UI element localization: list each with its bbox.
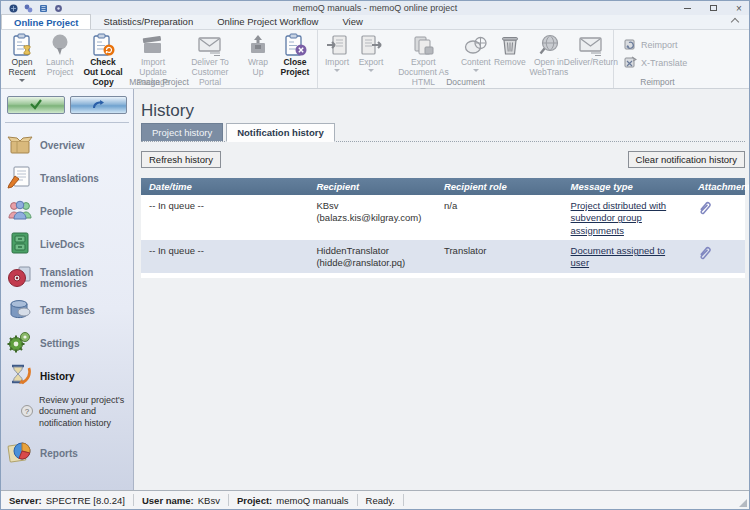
resources-icon[interactable] [39, 4, 48, 13]
memoq-logo-icon[interactable] [9, 4, 18, 13]
tab-statistics-preparation[interactable]: Statistics/Preparation [91, 14, 205, 29]
sidebar-item-reports[interactable]: Reports [7, 437, 133, 470]
open-in-webtrans-icon [537, 33, 561, 57]
quick-access-toolbar [9, 4, 63, 13]
export-button[interactable]: Export [354, 32, 388, 78]
wrap-up-button[interactable]: Wrap Up [241, 32, 275, 78]
sidebar-item-people[interactable]: People [7, 195, 133, 228]
sidebar-item-overview[interactable]: Overview [7, 129, 133, 162]
titlebar: memoQ manuals - memoQ online project × [1, 1, 749, 15]
deliver-return-button[interactable]: Deliver/Return [571, 32, 611, 78]
table-empty-space [141, 273, 745, 278]
x-translate-button[interactable]: X-Translate [624, 56, 687, 70]
dropdown-arrow-icon [334, 69, 340, 72]
export-document-as-html-button[interactable]: Export Document As HTML [388, 32, 459, 78]
close-button[interactable]: × [733, 2, 745, 14]
commit-changes-button[interactable] [7, 96, 65, 114]
column-date-time[interactable]: Date/time [141, 181, 308, 192]
tab-notification-history[interactable]: Notification history [226, 123, 335, 142]
memory-disc-icon [7, 263, 33, 293]
wrap-up-icon [246, 33, 270, 57]
collapse-ribbon-icon[interactable] [732, 18, 739, 23]
column-attachment[interactable]: Attachment [690, 181, 745, 192]
cell-date: -- In queue -- [141, 240, 308, 260]
sidebar-item-history[interactable]: History [7, 360, 133, 393]
tab-view[interactable]: View [330, 14, 374, 29]
page-title: History [134, 89, 749, 121]
launch-project-button[interactable]: Launch Project [41, 32, 79, 78]
column-message-type[interactable]: Message type [562, 181, 690, 192]
cell-date: -- In queue -- [141, 195, 308, 215]
table-header: Date/time Recipient Recipient role Messa… [141, 178, 745, 195]
sidebar-item-term-bases[interactable]: Term bases [7, 294, 133, 327]
help-icon[interactable]: ? [21, 405, 33, 417]
open-recent-button[interactable]: Open Recent [3, 32, 41, 78]
package-icon [7, 131, 33, 161]
import-update-package-button[interactable]: Import Update Package [127, 32, 179, 78]
message-type-link[interactable]: Document assigned to user [571, 245, 666, 268]
resize-grip[interactable] [739, 499, 747, 507]
column-recipient[interactable]: Recipient [308, 181, 436, 192]
revert-changes-button[interactable] [70, 96, 128, 114]
open-recent-icon [9, 33, 35, 57]
table-row[interactable]: -- In queue -- KBsv (balazs.kis@kilgray.… [141, 195, 745, 240]
options-gear-icon[interactable] [54, 4, 63, 13]
sync-icon[interactable] [24, 4, 33, 13]
sidebar: Overview Translations People LiveDocs Tr… [1, 89, 134, 490]
close-project-button[interactable]: Close Project [275, 32, 315, 78]
document-pen-icon [7, 164, 33, 194]
ribbon: Open Recent Launch Project Check Out Loc… [1, 30, 749, 89]
group-label-document: Document [318, 77, 613, 87]
history-description: ? Review your project's document and not… [7, 393, 133, 437]
import-button[interactable]: Import [320, 32, 354, 78]
sidebar-item-translations[interactable]: Translations [7, 162, 133, 195]
table-row[interactable]: -- In queue -- HiddenTranslator (hidde@r… [141, 240, 745, 273]
reimport-button[interactable]: Reimport [624, 38, 687, 52]
ribbon-tab-strip: Online Project Statistics/Preparation On… [1, 15, 749, 30]
dropdown-arrow-icon [473, 69, 479, 72]
undo-arrow-icon [91, 96, 105, 114]
message-type-link[interactable]: Project distributed with subvendor group… [571, 200, 667, 236]
clear-notification-history-button[interactable]: Clear notification history [628, 151, 745, 168]
cell-recipient: HiddenTranslator (hidde@ranslator.pq) [308, 240, 436, 273]
close-project-icon [282, 33, 308, 57]
status-user: User name: KBsv [134, 494, 229, 506]
remove-button[interactable]: Remove [493, 32, 527, 78]
group-label-reimport: Reimport [614, 77, 701, 87]
tab-online-project[interactable]: Online Project [1, 14, 91, 29]
minimize-icon [684, 8, 691, 9]
pie-chart-icon [7, 439, 33, 469]
import-update-package-icon [140, 33, 166, 57]
sidebar-item-settings[interactable]: Settings [7, 327, 133, 360]
content-button[interactable]: Content [459, 32, 493, 78]
paperclip-icon[interactable] [698, 251, 711, 262]
cell-recipient: KBsv (balazs.kis@kilgray.com) [308, 195, 436, 228]
cell-role: n/a [436, 195, 563, 215]
database-icon [7, 296, 33, 326]
maximize-button[interactable] [707, 2, 719, 14]
notification-history-table: Date/time Recipient Recipient role Messa… [141, 178, 745, 278]
export-document-as-html-icon [410, 33, 436, 57]
reimport-icon [624, 38, 637, 52]
deliver-to-customer-portal-icon [196, 33, 224, 57]
paperclip-icon[interactable] [698, 206, 711, 217]
content-icon [463, 33, 489, 57]
sidebar-item-translation-memories[interactable]: Translation memories [7, 261, 133, 294]
tab-online-project-workflow[interactable]: Online Project Workflow [205, 14, 330, 29]
tab-project-history[interactable]: Project history [141, 123, 223, 141]
window-title: memoQ manuals - memoQ online project [1, 3, 749, 13]
ribbon-group-reimport: Reimport X-Translate Reimport [613, 30, 701, 88]
minimize-button[interactable] [681, 2, 693, 14]
status-server: Server: SPECTRE [8.0.24] [1, 494, 134, 506]
check-out-local-copy-button[interactable]: Check Out Local Copy [79, 32, 127, 78]
main-pane: History Project history Notification his… [134, 89, 749, 490]
cell-role: Translator [436, 240, 563, 260]
open-recent-label: Open Recent [6, 58, 38, 78]
open-in-webtrans-button[interactable]: Open in WebTrans [527, 32, 571, 78]
sidebar-item-livedocs[interactable]: LiveDocs [7, 228, 133, 261]
gears-icon [7, 329, 33, 359]
column-recipient-role[interactable]: Recipient role [436, 181, 563, 192]
refresh-history-button[interactable]: Refresh history [141, 151, 221, 168]
deliver-to-customer-portal-button[interactable]: Deliver To Customer Portal [179, 32, 241, 78]
maximize-icon [710, 5, 717, 11]
